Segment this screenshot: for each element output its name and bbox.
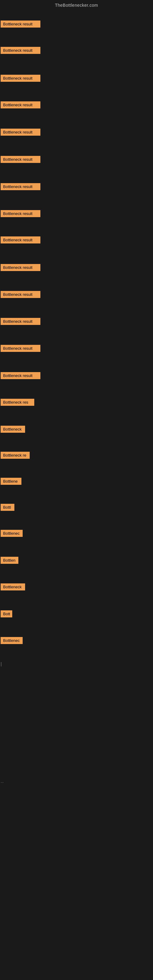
bottleneck-item[interactable]: Bottl [1,504,14,511]
bottleneck-item[interactable]: Bottlenec [1,530,22,537]
bottleneck-item[interactable]: Bottleneck [1,584,25,590]
bottleneck-item[interactable]: Bottleneck result [1,101,40,108]
ellipsis-indicator: ... [1,780,4,784]
bottleneck-item[interactable]: Bottleneck result [1,291,40,298]
bottleneck-item[interactable]: Bottleneck result [1,318,40,325]
bottleneck-item[interactable]: Bott [1,610,12,617]
bottleneck-item[interactable]: Bottlenec [1,637,22,644]
bottleneck-item[interactable]: Bottleneck result [1,372,40,379]
bottleneck-item[interactable]: Bottleneck result [1,210,40,217]
bottleneck-item[interactable]: Bottleneck result [1,236,40,243]
bottleneck-item[interactable]: Bottleneck re [1,452,30,459]
bottleneck-item[interactable]: Bottleneck result [1,264,40,271]
bottleneck-item[interactable]: Bottleneck result [1,156,40,163]
bottleneck-item[interactable]: Bottleneck res [1,399,34,406]
site-title-container: TheBottlenecker.com [0,0,153,9]
indicator-line: | [1,662,2,667]
bottleneck-item[interactable]: Bottleneck [1,426,25,433]
bottleneck-item[interactable]: Bottleneck result [1,75,40,82]
bottleneck-item[interactable]: Bottleneck result [1,345,40,352]
bottleneck-item[interactable]: Bottlen [1,557,18,564]
bottleneck-item[interactable]: Bottlene [1,478,21,485]
bottleneck-item[interactable]: Bottleneck result [1,21,40,27]
site-title: TheBottlenecker.com [55,1,98,10]
bottleneck-item[interactable]: Bottleneck result [1,47,40,54]
bottleneck-item[interactable]: Bottleneck result [1,129,40,136]
bottleneck-item[interactable]: Bottleneck result [1,183,40,190]
